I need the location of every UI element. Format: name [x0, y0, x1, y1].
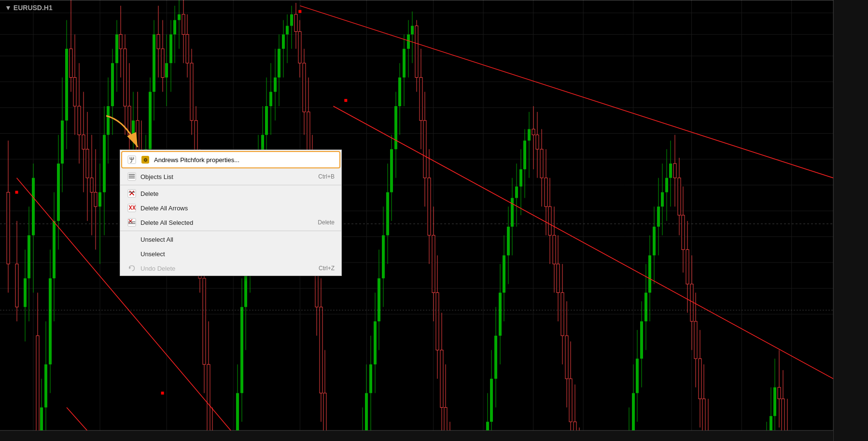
svg-marker-25	[129, 266, 131, 269]
unselect-all-label: Unselect All	[140, 236, 335, 243]
chart-title-arrow: ▼	[5, 4, 12, 12]
objects-list-label: Objects List	[140, 173, 314, 180]
undo-icon	[127, 263, 137, 273]
chart-symbol: EURUSD.H1	[14, 4, 53, 12]
unselect-label: Unselect	[140, 250, 335, 258]
menu-item-pitchfork-properties[interactable]: ⚙ Andrews Pitchfork properties...	[121, 151, 340, 168]
badge-icon-wrapper: ⚙	[140, 155, 150, 165]
pitchfork-properties-icon	[127, 155, 136, 164]
svg-rect-23	[128, 221, 135, 222]
delete-all-selected-label: Delete All Selected	[140, 219, 314, 226]
svg-rect-9	[129, 176, 135, 177]
menu-separator-1	[120, 185, 341, 185]
menu-item-unselect-all[interactable]: Unselect All	[120, 232, 341, 247]
pitchfork-properties-label: Andrews Pitchfork properties...	[154, 156, 239, 164]
menu-item-undo-delete: Undo Delete Ctrl+Z	[120, 261, 341, 276]
unselect-all-icon-placeholder	[127, 234, 137, 244]
svg-rect-24	[128, 223, 135, 224]
svg-rect-10	[129, 178, 135, 179]
delete-icon	[127, 189, 137, 198]
menu-item-delete[interactable]: Delete	[120, 186, 341, 201]
context-menu: ⚙ Andrews Pitchfork properties... Object…	[120, 150, 342, 276]
delete-all-arrows-icon	[127, 203, 137, 213]
chart-container: ▼ EURUSD.H1	[0, 0, 868, 441]
unselect-icon-placeholder	[127, 249, 137, 259]
objects-list-icon	[127, 172, 137, 181]
gear-badge-icon: ⚙	[141, 156, 149, 164]
chart-title: ▼ EURUSD.H1	[5, 4, 53, 12]
undo-delete-shortcut: Ctrl+Z	[319, 265, 335, 272]
time-axis	[0, 430, 833, 441]
svg-rect-8	[129, 174, 135, 175]
menu-item-delete-all-selected[interactable]: Delete All Selected Delete	[120, 215, 341, 230]
price-axis	[833, 0, 868, 441]
undo-delete-label: Undo Delete	[140, 265, 315, 272]
delete-label: Delete	[140, 190, 335, 197]
menu-item-delete-all-arrows[interactable]: Delete All Arrows	[120, 201, 341, 215]
svg-rect-14	[129, 192, 135, 193]
menu-item-objects-list[interactable]: Objects List Ctrl+B	[120, 169, 341, 184]
menu-item-unselect[interactable]: Unselect	[120, 247, 341, 261]
delete-all-arrows-label: Delete All Arrows	[140, 205, 335, 212]
delete-all-selected-shortcut: Delete	[318, 219, 335, 226]
pitchfork-icon-wrapper	[127, 155, 137, 165]
objects-list-shortcut: Ctrl+B	[318, 173, 335, 180]
menu-separator-2	[120, 231, 341, 231]
crosshair-horizontal	[0, 0, 833, 0]
delete-all-selected-icon	[127, 218, 137, 227]
